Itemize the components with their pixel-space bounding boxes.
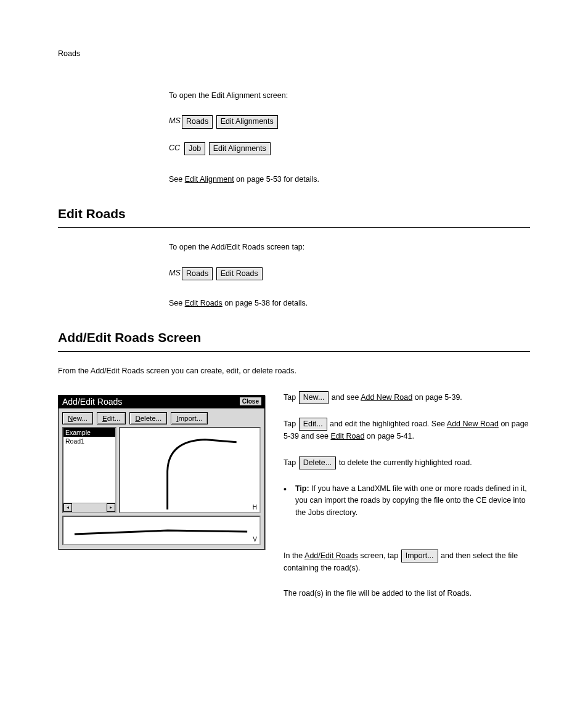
heading-add-edit-roads: Add/Edit Roads Screen	[58, 330, 530, 345]
dialog-close-button[interactable]: Close	[239, 397, 262, 406]
vertical-profile-view: V	[62, 516, 261, 545]
roads-button: Roads	[182, 115, 213, 128]
ms-label: MS	[169, 267, 181, 280]
edit-roads-link[interactable]: Edit Roads	[185, 299, 223, 307]
h-label: H	[253, 504, 257, 511]
dialog-import-button[interactable]: Import...	[171, 412, 208, 424]
cc-row-1: CC Job Edit Alignments	[169, 142, 530, 155]
edit-roads-intro: To open the Add/Edit Roads screen tap:	[169, 241, 530, 253]
edit-alignments-button: Edit Alignments	[216, 115, 278, 128]
see-edit-roads: See Edit Roads on page 5-38 for details.	[169, 298, 530, 309]
add-new-road-link[interactable]: Add New Road	[447, 420, 499, 428]
new-instruction: Tap New... and see Add New Road on page …	[284, 391, 530, 404]
dialog-edit-button[interactable]: Edit...	[97, 412, 126, 424]
text: See	[169, 175, 185, 184]
add-new-road-link[interactable]: Add New Road	[361, 393, 412, 402]
roads-listbox[interactable]: Example Road1 ◂ ▸	[62, 427, 116, 513]
dialog-titlebar: Add/Edit Roads Close	[59, 396, 264, 408]
delete-button: Delete...	[299, 456, 337, 469]
dialog-toolbar: New... Edit... Delete... Import...	[59, 408, 264, 427]
ms-row-1: MS Roads Edit Alignments	[169, 115, 530, 128]
see-edit-alignment: See Edit Alignment on page 5-53 for deta…	[169, 174, 530, 185]
bullet-icon: •	[284, 483, 287, 519]
import-button: Import...	[401, 550, 438, 562]
edit-alignments-button: Edit Alignments	[209, 142, 271, 155]
import-instruction: In the Add/Edit Roads screen, tap Import…	[284, 550, 530, 575]
add-edit-intro: From the Add/Edit Roads screen you can c…	[58, 365, 530, 377]
heading-edit-roads: Edit Roads	[58, 206, 530, 221]
heading-rule	[58, 227, 530, 228]
edit-instruction: Tap Edit... and edit the highlighted roa…	[284, 418, 530, 443]
list-item[interactable]: Road1	[63, 437, 115, 445]
ms-row-2: MS Roads Edit Roads	[169, 267, 530, 280]
dialog-new-button[interactable]: New...	[62, 412, 93, 424]
dialog-delete-button[interactable]: Delete...	[129, 412, 167, 424]
edit-road-link[interactable]: Edit Road	[330, 432, 364, 440]
scroll-right-icon[interactable]: ▸	[107, 503, 115, 512]
page-header: Roads	[58, 49, 530, 58]
list-scrollbar[interactable]: ◂ ▸	[63, 503, 115, 512]
roads-button: Roads	[182, 267, 213, 280]
cc-label: CC	[169, 142, 184, 155]
job-button: Job	[184, 142, 205, 155]
edit-alignment-link[interactable]: Edit Alignment	[185, 175, 234, 184]
new-button: New...	[299, 391, 329, 404]
scroll-left-icon[interactable]: ◂	[63, 503, 72, 512]
text: on page 5-38 for details.	[223, 299, 308, 307]
tip-row: • Tip: If you have a LandXML file with o…	[284, 483, 530, 519]
horizontal-plan-view: H	[119, 427, 261, 513]
dialog-title: Add/Edit Roads	[62, 397, 235, 407]
text: on page 5-53 for details.	[234, 175, 319, 184]
add-edit-roads-link[interactable]: Add/Edit Roads	[304, 551, 358, 560]
intro-open-edit-alignment: To open the Edit Alignment screen:	[169, 90, 530, 102]
list-item[interactable]: Example	[63, 428, 115, 437]
delete-instruction: Tap Delete... to delete the currently hi…	[284, 456, 530, 469]
tip-label: Tip:	[295, 484, 309, 493]
right-column: Tap New... and see Add New Road on page …	[284, 391, 530, 529]
text: See	[169, 299, 185, 307]
add-edit-roads-dialog: Add/Edit Roads Close New... Edit... Dele…	[58, 395, 265, 550]
the-roads-text: The road(s) in the file will be added to…	[284, 588, 530, 599]
ms-label: MS	[169, 115, 181, 128]
heading-rule	[58, 351, 530, 352]
tip-text: If you have a LandXML file with one or m…	[295, 484, 527, 517]
edit-button: Edit...	[299, 418, 327, 431]
v-label: V	[253, 536, 257, 543]
edit-roads-button: Edit Roads	[216, 267, 263, 280]
